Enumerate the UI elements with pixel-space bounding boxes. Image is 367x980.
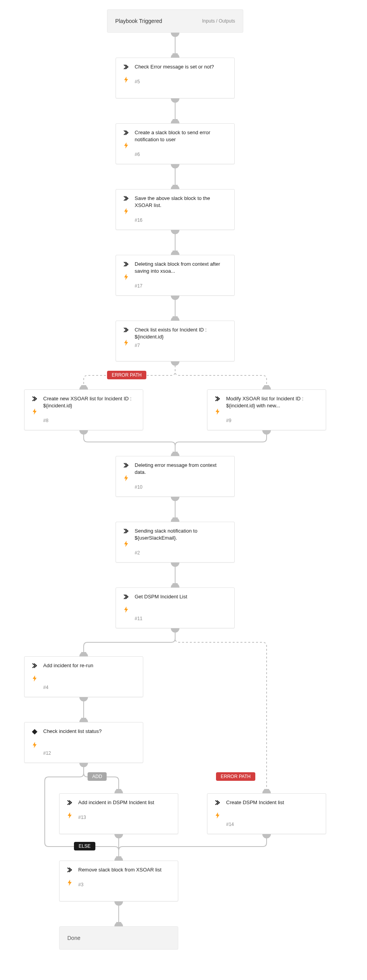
playbook-canvas: Playbook Triggered Inputs / Outputs Chec… (0, 0, 367, 980)
task-node-13[interactable]: Add incident in DSPM Incident list #13 (59, 793, 178, 834)
task-title: Create a slack block to send error notif… (135, 129, 227, 143)
chevron-icon (123, 327, 129, 333)
task-node-16[interactable]: Save the above slack block to the XSOAR … (116, 189, 235, 230)
bolt-icon (215, 408, 220, 415)
bolt-icon (32, 675, 37, 682)
diamond-icon (32, 729, 38, 735)
chevron-icon (123, 528, 129, 534)
branch-label-else: ELSE (74, 842, 95, 850)
task-node-2[interactable]: Sending slack notification to ${userSlac… (116, 522, 235, 563)
start-title: Playbook Triggered (115, 18, 162, 24)
condition-node-12[interactable]: Check incident list status? #12 (24, 722, 143, 763)
bolt-icon (124, 541, 128, 547)
chevron-icon (123, 594, 129, 600)
bolt-icon (124, 274, 128, 280)
chevron-icon (123, 463, 129, 468)
task-node-9[interactable]: Modify XSOAR list for Incident ID : ${in… (207, 389, 326, 430)
task-number: #3 (78, 882, 171, 887)
chevron-icon (67, 800, 72, 805)
branch-label-error-path: ERROR PATH (107, 371, 146, 379)
task-number: #10 (135, 484, 227, 490)
task-number: #13 (78, 815, 171, 820)
task-node-10[interactable]: Deleting error message from context data… (116, 456, 235, 497)
bolt-icon (124, 142, 128, 149)
chevron-icon (123, 64, 129, 70)
task-number: #11 (135, 616, 227, 621)
chevron-icon (32, 396, 37, 401)
task-number: #5 (135, 79, 227, 84)
task-title: Deleting slack block from context after … (135, 261, 227, 275)
task-number: #17 (135, 283, 227, 289)
task-number: #9 (226, 418, 319, 423)
chevron-icon (123, 130, 129, 135)
task-title: Get DSPM Incident List (135, 593, 227, 600)
inputs-outputs-link[interactable]: Inputs / Outputs (202, 18, 235, 24)
bolt-icon (124, 208, 128, 214)
branch-label-error-path: ERROR PATH (216, 772, 255, 781)
task-node-11[interactable]: Get DSPM Incident List #11 (116, 587, 235, 628)
task-title: Add incident for re-run (43, 662, 136, 669)
bolt-icon (124, 77, 128, 83)
chevron-icon (67, 867, 72, 873)
playbook-end[interactable]: Done (59, 926, 178, 950)
chevron-icon (32, 663, 37, 668)
task-title: Create DSPM Incident list (226, 799, 319, 806)
task-number: #16 (135, 217, 227, 223)
task-number: #4 (43, 685, 136, 690)
task-title: Check Error message is set or not? (135, 63, 227, 70)
task-node-3[interactable]: Remove slack block from XSOAR list #3 (59, 861, 178, 901)
svg-rect-10 (32, 729, 37, 735)
task-title: Create new XSOAR list for Incident ID : … (43, 395, 136, 409)
task-title: Add incident in DSPM Incident list (78, 799, 171, 806)
task-node-6[interactable]: Create a slack block to send error notif… (116, 123, 235, 164)
task-number: #2 (135, 550, 227, 556)
branch-label-add: ADD (88, 772, 107, 781)
task-number: #7 (135, 343, 227, 348)
chevron-icon (123, 196, 129, 201)
task-number: #6 (135, 152, 227, 157)
task-node-17[interactable]: Deleting slack block from context after … (116, 255, 235, 296)
chevron-icon (123, 261, 129, 267)
bolt-icon (67, 880, 72, 886)
task-node-5[interactable]: Check Error message is set or not? #5 (116, 58, 235, 98)
task-title: Check incident list status? (43, 728, 136, 735)
bolt-icon (215, 812, 220, 819)
task-title: Remove slack block from XSOAR list (78, 866, 171, 873)
task-title: Sending slack notification to ${userSlac… (135, 528, 227, 542)
task-node-7[interactable]: Check list exists for Incident ID : ${in… (116, 321, 235, 361)
bolt-icon (124, 475, 128, 481)
task-node-8[interactable]: Create new XSOAR list for Incident ID : … (24, 389, 143, 430)
bolt-icon (67, 812, 72, 819)
bolt-icon (124, 607, 128, 613)
task-number: #8 (43, 418, 136, 423)
end-title: Done (67, 935, 80, 941)
task-title: Check list exists for Incident ID : ${in… (135, 326, 227, 340)
task-title: Deleting error message from context data… (135, 462, 227, 476)
chevron-icon (215, 396, 220, 401)
playbook-start[interactable]: Playbook Triggered Inputs / Outputs (107, 9, 243, 33)
task-node-14[interactable]: Create DSPM Incident list #14 (207, 793, 326, 834)
task-number: #12 (43, 750, 136, 756)
task-title: Modify XSOAR list for Incident ID : ${in… (226, 395, 319, 409)
task-node-4[interactable]: Add incident for re-run #4 (24, 656, 143, 697)
chevron-icon (215, 800, 220, 805)
bolt-icon (32, 408, 37, 415)
bolt-icon (124, 340, 128, 346)
task-title: Save the above slack block to the XSOAR … (135, 195, 227, 209)
bolt-icon (32, 742, 37, 748)
task-number: #14 (226, 822, 319, 827)
